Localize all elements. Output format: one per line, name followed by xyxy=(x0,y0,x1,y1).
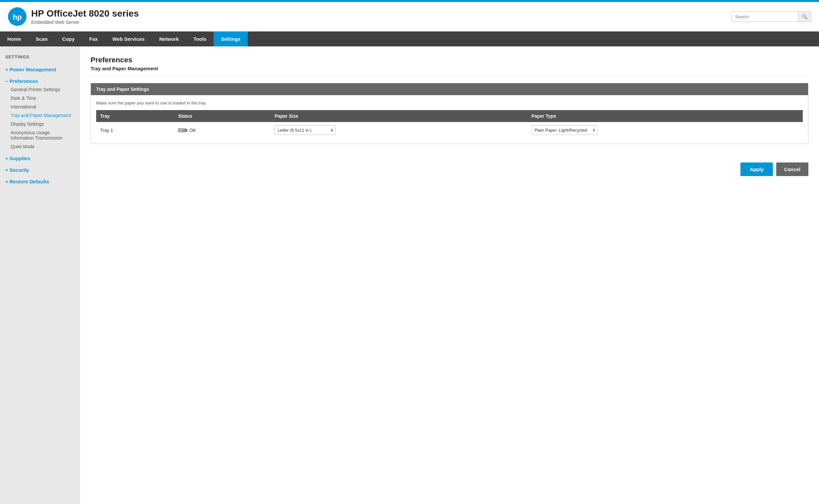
button-row: Apply Cancel xyxy=(91,157,808,176)
sidebar-preferences-toggle[interactable]: − Preferences xyxy=(5,77,74,85)
power-management-prefix: + xyxy=(5,67,8,72)
tray-settings-description: Make sure the paper you want to use is l… xyxy=(96,100,803,105)
sidebar-supplies-toggle[interactable]: + Supplies xyxy=(5,154,74,162)
col-header-paper-size: Paper Size xyxy=(271,110,527,122)
preferences-prefix: − xyxy=(5,78,8,84)
table-row: Tray 1 OK xyxy=(96,122,803,138)
col-header-status: Status xyxy=(174,110,271,122)
restore-defaults-prefix: + xyxy=(5,179,8,184)
nav-item-tools[interactable]: Tools xyxy=(186,31,214,46)
sidebar-restore-defaults-toggle[interactable]: + Restore Defaults xyxy=(5,177,74,186)
nav-item-settings[interactable]: Settings xyxy=(214,31,248,46)
content-area: SETTINGS + Power Management − Preference… xyxy=(0,46,819,504)
security-prefix: + xyxy=(5,167,8,173)
security-label: Security xyxy=(10,167,29,173)
header: hp HP OfficeJet 8020 series Embedded Web… xyxy=(0,2,819,31)
sidebar: SETTINGS + Power Management − Preference… xyxy=(0,46,80,504)
sidebar-security-toggle[interactable]: + Security xyxy=(5,166,74,174)
printer-model-title: HP OfficeJet 8020 series xyxy=(31,8,139,19)
paper-size-cell: Letter (8.5x11 in.) Legal (8.5x14 in.) A… xyxy=(271,122,527,138)
paper-type-cell: Plain Paper, Light/Recycled Plain Paper … xyxy=(528,122,803,138)
col-header-tray: Tray xyxy=(96,110,174,122)
supplies-prefix: + xyxy=(5,156,8,161)
tray-settings-section-body: Make sure the paper you want to use is l… xyxy=(91,95,808,144)
svg-text:hp: hp xyxy=(13,13,22,21)
sidebar-item-international[interactable]: International xyxy=(5,102,74,111)
nav-item-home[interactable]: Home xyxy=(0,31,29,46)
page-title: Preferences xyxy=(91,56,808,64)
restore-defaults-label: Restore Defaults xyxy=(10,179,49,184)
preferences-label: Preferences xyxy=(10,78,38,84)
sidebar-item-quiet-mode[interactable]: Quiet Mode xyxy=(5,142,74,151)
tray-status-text: OK xyxy=(189,128,196,133)
cancel-button[interactable]: Cancel xyxy=(776,162,808,176)
paper-size-select[interactable]: Letter (8.5x11 in.) Legal (8.5x14 in.) A… xyxy=(275,125,336,135)
main-content: Preferences Tray and Paper Management Tr… xyxy=(80,46,819,504)
search-box[interactable]: 🔍 xyxy=(731,11,811,22)
status-cell-content: OK xyxy=(178,128,267,133)
nav-item-web-services[interactable]: Web Services xyxy=(105,31,152,46)
tray-settings-section-header: Tray and Paper Settings xyxy=(91,83,808,95)
sidebar-item-display-settings[interactable]: Display Settings xyxy=(5,120,74,128)
main-nav: Home Scan Copy Fax Web Services Network … xyxy=(0,31,819,46)
sidebar-section-preferences: − Preferences General Printer Settings D… xyxy=(5,77,74,151)
tray-status-cell: OK xyxy=(174,122,271,138)
nav-item-scan[interactable]: Scan xyxy=(29,31,55,46)
sidebar-item-tray-paper-management[interactable]: Tray and Paper Management xyxy=(5,111,74,120)
power-management-label: Power Management xyxy=(10,67,56,72)
sidebar-item-anonymous-usage[interactable]: Anonymous Usage Information Transmission xyxy=(5,128,74,142)
svg-rect-3 xyxy=(186,129,187,132)
sidebar-section-title: SETTINGS xyxy=(5,54,74,59)
tray-settings-section: Tray and Paper Settings Make sure the pa… xyxy=(91,83,808,144)
paper-type-select[interactable]: Plain Paper, Light/Recycled Plain Paper … xyxy=(532,125,598,135)
paper-size-select-wrapper: Letter (8.5x11 in.) Legal (8.5x14 in.) A… xyxy=(275,125,336,135)
nav-item-network[interactable]: Network xyxy=(152,31,186,46)
nav-item-fax[interactable]: Fax xyxy=(82,31,105,46)
preferences-sub-items: General Printer Settings Date & Time Int… xyxy=(5,85,74,151)
svg-rect-2 xyxy=(178,128,186,132)
paper-type-select-wrapper: Plain Paper, Light/Recycled Plain Paper … xyxy=(532,125,598,135)
supplies-label: Supplies xyxy=(10,156,31,161)
search-input[interactable] xyxy=(732,12,798,22)
sidebar-item-general-printer-settings[interactable]: General Printer Settings xyxy=(5,85,74,94)
apply-button[interactable]: Apply xyxy=(740,162,773,176)
sidebar-section-supplies: + Supplies xyxy=(5,154,74,162)
tray-table-header-row: Tray Status Paper Size Paper Type xyxy=(96,110,803,122)
sidebar-section-security: + Security xyxy=(5,166,74,174)
tray-name-cell: Tray 1 xyxy=(96,122,174,138)
col-header-paper-type: Paper Type xyxy=(528,110,803,122)
nav-item-copy[interactable]: Copy xyxy=(55,31,82,46)
search-button[interactable]: 🔍 xyxy=(798,12,811,22)
tray-table: Tray Status Paper Size Paper Type Tray 1 xyxy=(96,110,803,138)
header-title: HP OfficeJet 8020 series Embedded Web Se… xyxy=(31,8,139,25)
sidebar-section-restore-defaults: + Restore Defaults xyxy=(5,177,74,186)
sidebar-section-power-management: + Power Management xyxy=(5,65,74,74)
svg-rect-4 xyxy=(179,129,183,130)
sidebar-item-date-time[interactable]: Date & Time xyxy=(5,94,74,102)
hp-logo-icon: hp xyxy=(8,7,27,26)
tray-status-icon xyxy=(178,128,187,133)
page-subtitle: Tray and Paper Management xyxy=(91,66,808,76)
svg-rect-5 xyxy=(179,131,182,131)
sidebar-power-management-toggle[interactable]: + Power Management xyxy=(5,65,74,74)
embedded-web-server-label: Embedded Web Server xyxy=(31,20,139,25)
header-left: hp HP OfficeJet 8020 series Embedded Web… xyxy=(8,7,139,26)
